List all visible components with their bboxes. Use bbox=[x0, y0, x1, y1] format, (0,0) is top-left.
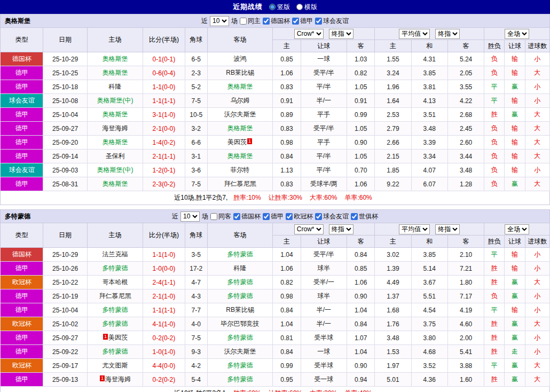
team-link[interactable]: 多特蒙德 bbox=[227, 292, 253, 300]
league-filter-checkbox[interactable]: 欧冠杯 bbox=[286, 212, 313, 221]
score-cell[interactable]: 0-6(0-4) bbox=[143, 66, 185, 80]
team-link[interactable]: 美因茨 bbox=[108, 334, 128, 341]
layout-option-horizontal[interactable]: 横版 bbox=[296, 3, 317, 12]
team-link[interactable]: 奥格斯堡 bbox=[227, 124, 253, 132]
team-link[interactable]: 奥格斯堡 bbox=[103, 138, 128, 146]
team-link[interactable]: 多特蒙德 bbox=[103, 348, 128, 355]
recent-count-select[interactable]: 10 bbox=[210, 16, 229, 26]
league-checkbox-input[interactable] bbox=[263, 18, 270, 25]
league-checkbox-input[interactable] bbox=[233, 213, 240, 220]
league-checkbox-input[interactable] bbox=[351, 213, 358, 220]
league-checkbox-input[interactable] bbox=[315, 213, 322, 220]
team-link[interactable]: 沃尔夫斯堡 bbox=[224, 111, 256, 118]
league-filter-checkbox[interactable]: 世俱杯 bbox=[351, 212, 378, 221]
score-cell[interactable]: 2-1(1-0) bbox=[143, 289, 185, 303]
score-cell[interactable]: 1-1(1-1) bbox=[143, 303, 185, 317]
odds-source-select[interactable]: 全场 bbox=[505, 29, 529, 39]
venue-filter-checkbox[interactable]: 同主 bbox=[240, 17, 261, 26]
team-link[interactable]: 多特蒙德 bbox=[103, 306, 128, 313]
result-handicap: 赢 bbox=[505, 373, 525, 387]
asian-handicap-line: 平/半 bbox=[301, 163, 347, 177]
odds-source-select[interactable]: 平均值 bbox=[399, 224, 430, 234]
odds-source-select[interactable]: Crow* bbox=[294, 29, 324, 39]
team-link[interactable]: 海登海姆 bbox=[103, 124, 128, 132]
team-link[interactable]: 多特蒙德 bbox=[227, 250, 253, 258]
score-cell[interactable]: 0-2(0-2) bbox=[143, 373, 185, 387]
score-cell[interactable]: 1-2(0-1) bbox=[143, 163, 185, 177]
corners-cell: 17-2 bbox=[185, 262, 207, 276]
team-link[interactable]: 奥格斯堡 bbox=[103, 69, 128, 76]
score-cell[interactable]: 1-1(1-1) bbox=[143, 94, 185, 108]
recent-count-select[interactable]: 10 bbox=[180, 211, 200, 222]
team-link[interactable]: RB莱比锡 bbox=[226, 69, 254, 76]
score-cell[interactable]: 2-1(1-1) bbox=[143, 150, 185, 163]
team-link[interactable]: 菲尔特 bbox=[231, 166, 250, 174]
team-link[interactable]: 拜仁慕尼黑 bbox=[99, 292, 131, 300]
team-link[interactable]: 奥格斯堡(中) bbox=[97, 166, 133, 174]
odds-source-select[interactable]: Crow* bbox=[294, 224, 324, 234]
league-checkbox-input[interactable] bbox=[315, 18, 322, 25]
league-filter-checkbox[interactable]: 德国杯 bbox=[263, 17, 290, 26]
team-link[interactable]: 沃尔夫斯堡 bbox=[224, 348, 256, 355]
team-link[interactable]: 毕尔巴鄂竞技 bbox=[221, 320, 260, 327]
score-cell[interactable]: 1-0(0-0) bbox=[143, 262, 185, 276]
odds-source-select[interactable]: 全场 bbox=[505, 224, 529, 234]
league-checkbox-input[interactable] bbox=[292, 18, 299, 25]
team-link[interactable]: 多特蒙德 bbox=[103, 264, 128, 272]
team-link[interactable]: 海登海姆 bbox=[105, 375, 131, 383]
odds-source-select[interactable]: 终指 bbox=[329, 29, 353, 39]
team-link[interactable]: 多特蒙德 bbox=[227, 362, 253, 369]
venue-checkbox-input[interactable] bbox=[240, 18, 247, 25]
league-filter-checkbox[interactable]: 球会友谊 bbox=[315, 212, 349, 221]
vertical-layout-radio[interactable] bbox=[269, 4, 276, 10]
league-checkbox-input[interactable] bbox=[263, 213, 270, 220]
score-cell[interactable]: 2-3(0-2) bbox=[143, 177, 185, 191]
score-cell[interactable]: 2-4(1-1) bbox=[143, 276, 185, 289]
odds-source-select[interactable]: 终指 bbox=[435, 29, 460, 39]
horizontal-layout-radio[interactable] bbox=[296, 4, 303, 10]
score-cell[interactable]: 1-1(0-0) bbox=[143, 80, 185, 94]
team-link[interactable]: RB莱比锡 bbox=[226, 306, 254, 313]
league-filter-checkbox[interactable]: 德甲 bbox=[292, 17, 313, 26]
score-cell[interactable]: 2-1(0-0) bbox=[143, 122, 185, 136]
team-link[interactable]: 法兰克福 bbox=[103, 250, 128, 258]
league-filter-checkbox[interactable]: 德甲 bbox=[263, 212, 284, 221]
team-link[interactable]: 奥格斯堡 bbox=[103, 180, 128, 187]
team-link[interactable]: 奥格斯堡 bbox=[227, 83, 253, 90]
league-filter-checkbox[interactable]: 德国杯 bbox=[233, 212, 261, 221]
score-cell[interactable]: 1-4(0-2) bbox=[143, 136, 185, 150]
score-cell[interactable]: 1-0(1-0) bbox=[143, 345, 185, 359]
odds-source-select[interactable]: 平均值 bbox=[399, 29, 430, 39]
home-team-cell: 奥格斯堡(中) bbox=[87, 163, 143, 177]
team-link[interactable]: 多特蒙德 bbox=[227, 278, 253, 286]
layout-option-vertical[interactable]: 竖版 bbox=[269, 3, 290, 12]
team-link[interactable]: 多特蒙德 bbox=[103, 320, 128, 327]
team-link[interactable]: 波鸿 bbox=[234, 55, 247, 62]
team-link[interactable]: 多特蒙德 bbox=[227, 334, 253, 341]
score-cell[interactable]: 1-1(1-0) bbox=[143, 248, 185, 262]
score-cell[interactable]: 0-2(0-2) bbox=[143, 331, 185, 345]
team-link[interactable]: 多特蒙德 bbox=[227, 375, 253, 383]
team-link[interactable]: 科隆 bbox=[109, 83, 122, 90]
score-cell[interactable]: 0-1(0-1) bbox=[143, 52, 185, 66]
team-link[interactable]: 奥格斯堡 bbox=[227, 152, 253, 160]
league-checkbox-input[interactable] bbox=[286, 213, 293, 220]
team-link[interactable]: 圣保利 bbox=[106, 152, 125, 160]
odds-source-select[interactable]: 终指 bbox=[435, 224, 460, 234]
league-filter-checkbox[interactable]: 球会友谊 bbox=[315, 17, 349, 26]
odds-source-select[interactable]: 终指 bbox=[329, 224, 353, 234]
score-cell[interactable]: 4-4(0-0) bbox=[143, 359, 185, 373]
venue-checkbox-input[interactable] bbox=[210, 213, 217, 220]
team-link[interactable]: 科隆 bbox=[234, 264, 247, 272]
team-link[interactable]: 美因茨 bbox=[227, 138, 247, 146]
team-link[interactable]: 哥本哈根 bbox=[103, 278, 128, 286]
team-link[interactable]: 奥格斯堡 bbox=[103, 55, 128, 62]
team-link[interactable]: 乌尔姆 bbox=[231, 97, 250, 104]
venue-filter-checkbox[interactable]: 同客 bbox=[210, 212, 231, 221]
team-link[interactable]: 奥格斯堡 bbox=[103, 111, 128, 118]
team-link[interactable]: 奥格斯堡(中) bbox=[97, 97, 133, 104]
team-link[interactable]: 拜仁慕尼黑 bbox=[224, 180, 256, 187]
team-link[interactable]: 尤文图斯 bbox=[103, 362, 128, 369]
score-cell[interactable]: 4-1(1-0) bbox=[143, 317, 185, 331]
score-cell[interactable]: 3-1(1-0) bbox=[143, 108, 185, 122]
